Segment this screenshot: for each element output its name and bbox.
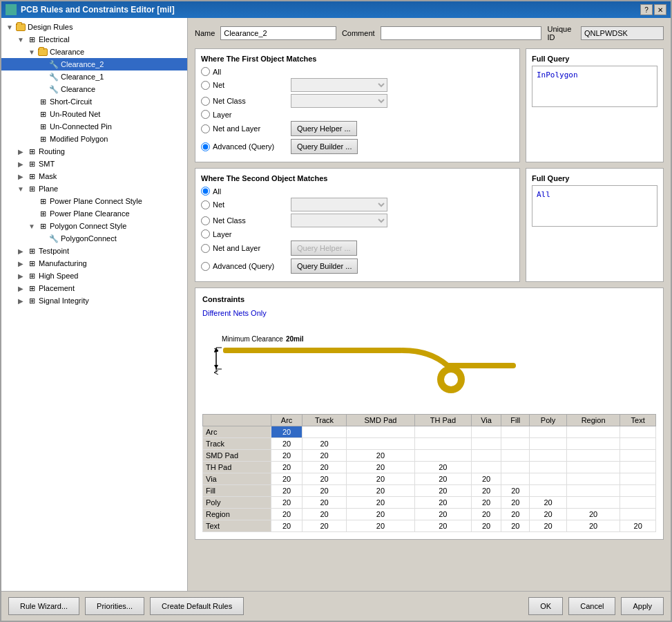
cell-value[interactable]: 20 [346, 473, 414, 485]
tree-item-placement[interactable]: ▶ ⊞ Placement [1, 282, 187, 294]
tree-item-electrical[interactable]: ▼ ⊞ Electrical [1, 33, 187, 46]
tree-item-un-routed-net[interactable]: ⊞ Un-Routed Net [1, 108, 187, 120]
cell-value[interactable]: 20 [271, 473, 303, 485]
tree-item-manufacturing[interactable]: ▶ ⊞ Manufacturing [1, 257, 187, 270]
cell-value[interactable] [566, 497, 620, 509]
cell-value[interactable] [346, 438, 414, 450]
name-input[interactable] [220, 26, 336, 40]
cell-value[interactable]: 20 [471, 520, 501, 532]
cell-value[interactable]: 20 [501, 497, 530, 509]
second-query-builder-btn[interactable]: Query Builder ... [291, 258, 358, 274]
cell-value[interactable]: 20 [530, 509, 567, 520]
first-netandlayer-label[interactable]: Net and Layer [201, 124, 291, 133]
cell-value[interactable] [530, 462, 567, 473]
cell-value[interactable] [501, 438, 530, 450]
tree-item-power-plane-clearance[interactable]: ⊞ Power Plane Clearance [1, 207, 187, 220]
first-layer-radio[interactable] [201, 110, 210, 119]
cell-value[interactable] [620, 426, 656, 438]
cell-value[interactable]: 20 [501, 520, 530, 532]
tree-item-mask[interactable]: ▶ ⊞ Mask [1, 170, 187, 182]
cell-value[interactable]: 20 [566, 509, 620, 520]
cell-value[interactable] [620, 509, 656, 520]
tree-item-clearance[interactable]: 🔧 Clearance [1, 83, 187, 95]
second-netclass-radio[interactable] [201, 216, 210, 225]
first-query-helper-btn[interactable]: Query Helper ... [291, 121, 357, 136]
second-all-radio[interactable] [201, 187, 210, 196]
tree-item-short-circuit[interactable]: ⊞ Short-Circuit [1, 95, 187, 108]
cell-value[interactable]: 20 [271, 462, 303, 473]
cell-value[interactable] [566, 473, 620, 485]
tree-item-clearance-group[interactable]: ▼ Clearance [1, 46, 187, 58]
second-netandlayer-radio[interactable] [201, 244, 210, 253]
cell-value[interactable]: 20 [620, 520, 656, 532]
create-default-btn[interactable]: Create Default Rules [150, 597, 244, 615]
cell-value[interactable]: 20 [303, 450, 347, 462]
cell-value[interactable]: 20 [346, 497, 414, 509]
cell-value[interactable]: 20 [501, 485, 530, 497]
priorities-btn[interactable]: Priorities... [85, 597, 144, 615]
first-netandlayer-radio[interactable] [201, 124, 210, 133]
cell-value[interactable] [620, 473, 656, 485]
cell-value[interactable]: 20 [346, 450, 414, 462]
first-net-label[interactable]: Net [201, 81, 291, 90]
second-netandlayer-label[interactable]: Net and Layer [201, 244, 291, 253]
cell-value[interactable]: 20 [303, 485, 347, 497]
cell-value[interactable]: 20 [501, 509, 530, 520]
cell-value[interactable]: 20 [471, 497, 501, 509]
cell-value[interactable]: 20 [414, 497, 471, 509]
cell-value[interactable]: 20 [271, 497, 303, 509]
first-netclass-dropdown[interactable] [291, 94, 387, 108]
rule-wizard-btn[interactable]: Rule Wizard... [8, 597, 79, 615]
cell-value[interactable] [530, 450, 567, 462]
cell-value[interactable] [501, 462, 530, 473]
apply-btn[interactable]: Apply [621, 597, 664, 615]
ok-btn[interactable]: OK [528, 597, 563, 615]
cell-value[interactable] [566, 462, 620, 473]
second-netclass-label[interactable]: Net Class [201, 216, 291, 225]
cell-value[interactable]: 20 [303, 509, 347, 520]
cell-value[interactable]: 20 [271, 450, 303, 462]
second-netclass-dropdown[interactable] [291, 214, 387, 227]
tree-item-un-connected-pin[interactable]: ⊞ Un-Connected Pin [1, 120, 187, 133]
cell-value[interactable]: 20 [346, 462, 414, 473]
help-button[interactable]: ? [640, 4, 653, 15]
comment-input[interactable] [381, 26, 542, 40]
cell-value[interactable]: 20 [566, 520, 620, 532]
cell-value[interactable] [530, 438, 567, 450]
cell-value[interactable] [530, 485, 567, 497]
cell-value[interactable]: 20 [271, 509, 303, 520]
second-net-radio[interactable] [201, 200, 210, 209]
cell-value[interactable] [566, 438, 620, 450]
cell-value[interactable]: 20 [271, 520, 303, 532]
cell-value[interactable] [620, 438, 656, 450]
tree-item-smt[interactable]: ▶ ⊞ SMT [1, 158, 187, 170]
cell-value[interactable]: 20 [414, 509, 471, 520]
cell-value[interactable]: 20 [303, 497, 347, 509]
first-net-dropdown[interactable] [291, 78, 387, 92]
first-all-radio[interactable] [201, 67, 210, 76]
tree-item-plane[interactable]: ▼ ⊞ Plane [1, 182, 187, 195]
cell-value[interactable] [620, 462, 656, 473]
tree-item-polygon-connect[interactable]: 🔧 PolygonConnect [1, 232, 187, 245]
cell-value[interactable]: 20 [303, 473, 347, 485]
first-layer-label[interactable]: Layer [201, 110, 291, 119]
first-all-label[interactable]: All [201, 67, 291, 76]
tree-item-modified-polygon[interactable]: ⊞ Modified Polygon [1, 133, 187, 145]
first-net-radio[interactable] [201, 81, 210, 90]
cell-value[interactable] [414, 426, 471, 438]
second-advanced-radio[interactable] [201, 262, 210, 271]
first-advanced-label[interactable]: Advanced (Query) [201, 142, 291, 151]
tree-item-high-speed[interactable]: ▶ ⊞ High Speed [1, 270, 187, 282]
cell-value[interactable] [530, 426, 567, 438]
cell-value[interactable] [566, 485, 620, 497]
cancel-btn[interactable]: Cancel [568, 597, 615, 615]
close-button[interactable]: ✕ [654, 4, 666, 15]
cell-value[interactable] [414, 450, 471, 462]
cell-value[interactable] [414, 438, 471, 450]
cell-value[interactable]: 20 [471, 485, 501, 497]
tree-item-routing[interactable]: ▶ ⊞ Routing [1, 145, 187, 158]
cell-value[interactable]: 20 [414, 485, 471, 497]
first-advanced-radio[interactable] [201, 142, 210, 151]
cell-value[interactable] [620, 485, 656, 497]
second-advanced-label[interactable]: Advanced (Query) [201, 262, 291, 271]
